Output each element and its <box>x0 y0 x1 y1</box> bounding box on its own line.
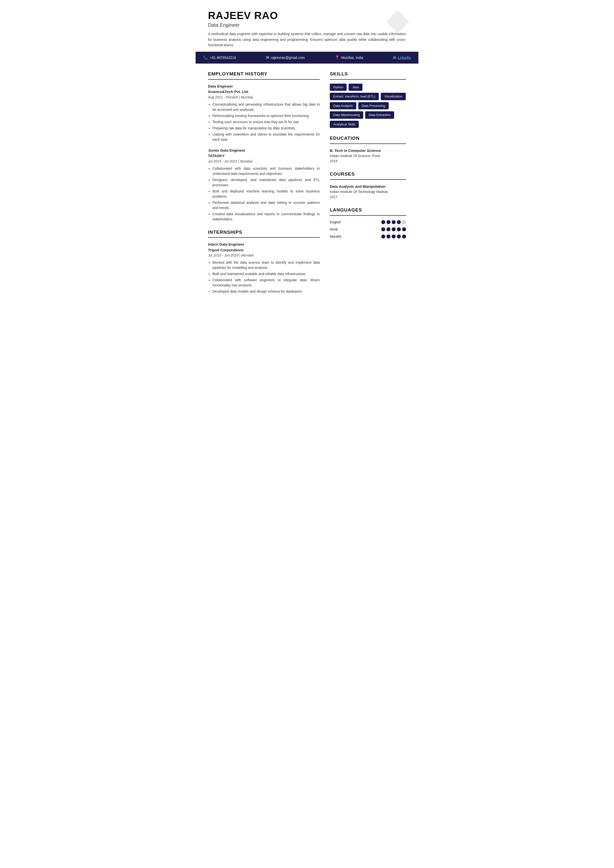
dot-2 <box>387 227 390 231</box>
svg-rect-0 <box>386 10 409 33</box>
contact-bar: 📞 +91-9876543210 ✉ rajeevrao@gmail.com 📍… <box>196 52 418 64</box>
skill-data-extraction: Data Extraction <box>365 111 394 119</box>
list-item: Reformulating existing frameworks to opt… <box>213 113 320 118</box>
candidate-title: Data Engineer <box>208 21 406 29</box>
dot-3 <box>392 220 396 224</box>
employment-title: EMPLOYMENT HISTORY <box>208 70 320 78</box>
dot-5 <box>402 227 406 231</box>
dot-2 <box>387 234 390 239</box>
list-item: Collaborated with data scientists and bu… <box>213 166 320 177</box>
list-item: Testing such structures to ensure that t… <box>213 119 320 125</box>
dot-5 <box>402 220 406 224</box>
list-item: Collaborated with software engineers to … <box>213 277 320 288</box>
internship-1-bullets: Worked with the data science team to ide… <box>208 260 320 294</box>
lang-english-label: English <box>330 220 350 225</box>
skill-analytical: Analytical Skills <box>330 121 359 128</box>
phone-icon: 📞 <box>203 55 208 60</box>
lang-english-dots <box>381 220 406 224</box>
internship-1-company: Tripod Corporations <box>208 247 320 253</box>
education-section: EDUCATION B. Tech in Computer Science In… <box>330 135 406 164</box>
internships-divider <box>208 237 320 238</box>
lang-hindi-dots <box>381 227 406 231</box>
course-year: 2017 <box>330 194 406 200</box>
list-item: Designed, developed, and maintained data… <box>213 177 320 188</box>
job-1-company: Science&Tech Pvt. Ltd. <box>208 89 320 95</box>
linkedin-icon: in <box>393 55 396 60</box>
course-name: Data Analysis and Manipulation <box>330 184 406 189</box>
dot-4 <box>397 234 401 239</box>
course-institution: Indian Institute Of Technology Madras <box>330 189 406 194</box>
lang-marathi-label: Marathi <box>330 234 350 239</box>
contact-phone: 📞 +91-9876543210 <box>203 55 236 60</box>
edu-year: 2018 <box>330 158 406 164</box>
internship-1-date: Jul 2018 - Jun 2019 | Mumbai <box>208 253 320 258</box>
courses-divider <box>330 179 406 180</box>
skills-divider <box>330 79 406 80</box>
contact-linkedin[interactable]: in LinkedIn <box>393 55 411 60</box>
job-1-title: Data Engineer <box>208 84 320 89</box>
education-divider <box>330 144 406 144</box>
languages-section: LANGUAGES English Hindi <box>330 206 406 239</box>
contact-email: ✉ rajeevrao@gmail.com <box>266 55 305 60</box>
languages-divider <box>330 215 406 216</box>
dot-5 <box>402 234 406 239</box>
job-1-date: Aug 2021 - Present | Mumbai <box>208 95 320 100</box>
candidate-name: RAJEEV RAO <box>208 10 406 21</box>
skill-java: Java <box>348 84 362 91</box>
skill-python: Python <box>330 84 347 91</box>
skill-data-warehousing: Data Warehousing <box>330 111 363 119</box>
decorative-diamond-icon <box>384 8 413 37</box>
candidate-summary: A methodical data engineer with expertis… <box>208 31 406 48</box>
lang-hindi-label: Hindi <box>330 227 350 232</box>
list-item: Liaising with coworkers and clients to e… <box>213 132 320 142</box>
list-item: Performed statistical analysis and data … <box>213 200 320 211</box>
internship-1-title: Intern Data Engineer <box>208 242 320 247</box>
job-2: Junior Data Engineer TATASKY Jul 2019 - … <box>208 148 320 222</box>
dot-1 <box>381 227 385 231</box>
skills-container: Python Java Extract, transform, load (ET… <box>330 84 406 128</box>
location-icon: 📍 <box>335 55 340 60</box>
list-item: Built and maintained scalable and reliab… <box>213 271 320 277</box>
main-layout: EMPLOYMENT HISTORY Data Engineer Science… <box>208 70 406 301</box>
job-1-bullets: Conceptualising and generating infrastru… <box>208 102 320 142</box>
job-1: Data Engineer Science&Tech Pvt. Ltd. Aug… <box>208 84 320 142</box>
dot-4 <box>397 220 401 224</box>
contact-location: 📍 Mumbai, India <box>335 55 363 60</box>
edu-school: Indian Institute Of Science, Pune <box>330 153 406 158</box>
courses-section: COURSES Data Analysis and Manipulation I… <box>330 170 406 200</box>
lang-hindi: Hindi <box>330 227 406 232</box>
job-2-title: Junior Data Engineer <box>208 148 320 153</box>
skill-etl: Extract, transform, load (ETL) <box>330 93 379 100</box>
skills-section: SKILLS Python Java Extract, transform, l… <box>330 70 406 128</box>
employment-divider <box>208 79 320 80</box>
employment-section: EMPLOYMENT HISTORY Data Engineer Science… <box>208 70 320 222</box>
list-item: Worked with the data science team to ide… <box>213 260 320 270</box>
job-2-date: Jul 2019 - Jul 2021 | Mumbai <box>208 159 320 164</box>
languages-title: LANGUAGES <box>330 206 406 214</box>
dot-3 <box>392 234 396 239</box>
list-item: Preparing raw data for manipulation by d… <box>213 126 320 131</box>
email-icon: ✉ <box>266 55 269 60</box>
dot-3 <box>392 227 396 231</box>
lang-english: English <box>330 220 406 225</box>
dot-2 <box>387 220 390 224</box>
internship-1: Intern Data Engineer Tripod Corporations… <box>208 242 320 294</box>
list-item: Developed data models and design schema … <box>213 289 320 294</box>
skill-data-processing: Data Processing <box>358 102 389 110</box>
job-2-company: TATASKY <box>208 153 320 159</box>
edu-degree: B. Tech in Computer Science <box>330 148 406 153</box>
dot-4 <box>397 227 401 231</box>
skills-title: SKILLS <box>330 70 406 78</box>
skill-visualization: Visualization <box>381 93 406 100</box>
education-title: EDUCATION <box>330 135 406 142</box>
skill-data-analysis: Data Analysis <box>330 102 356 110</box>
lang-marathi-dots <box>381 234 406 239</box>
internships-title: INTERNSHIPS <box>208 229 320 236</box>
header: RAJEEV RAO Data Engineer A methodical da… <box>208 10 406 48</box>
internships-section: INTERNSHIPS Intern Data Engineer Tripod … <box>208 229 320 294</box>
dot-1 <box>381 220 385 224</box>
lang-marathi: Marathi <box>330 234 406 239</box>
list-item: Conceptualising and generating infrastru… <box>213 102 320 112</box>
job-2-bullets: Collaborated with data scientists and bu… <box>208 166 320 222</box>
list-item: Created data visualizations and reports … <box>213 211 320 222</box>
